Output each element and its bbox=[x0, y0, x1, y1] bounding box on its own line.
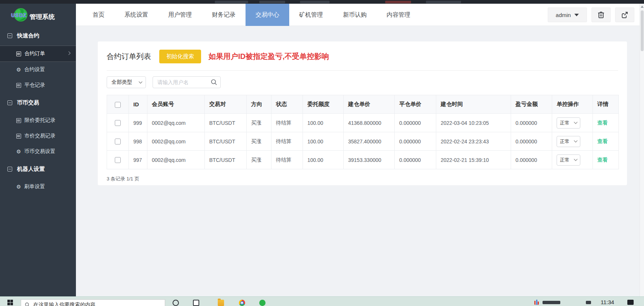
search-icon[interactable] bbox=[211, 79, 217, 86]
globe-logo-icon: USDZ bbox=[14, 8, 27, 21]
sidebar-item-contract-orders[interactable]: 合约订单 bbox=[0, 46, 76, 62]
control-select[interactable]: 正常 bbox=[557, 154, 580, 166]
sidebar-item-label: 合约设置 bbox=[24, 66, 45, 73]
windows-taskbar: 在这里输入你要搜索的内容 11:34 bbox=[0, 296, 644, 306]
gear-icon: ⚙ bbox=[16, 184, 21, 189]
sidebar-item-limit-orders[interactable]: 限价委托记录 bbox=[0, 113, 76, 128]
taskbar-search-box[interactable]: 在这里输入你要搜索的内容 bbox=[21, 299, 165, 306]
col-profit: 盈亏金额 bbox=[511, 95, 552, 114]
nav-miner-management[interactable]: 矿机管理 bbox=[289, 4, 333, 26]
view-detail-link[interactable]: 查看 bbox=[597, 120, 608, 126]
control-select[interactable]: 正常 bbox=[557, 136, 580, 147]
view-detail-link[interactable]: 查看 bbox=[597, 138, 608, 144]
gear-icon: ⚙ bbox=[16, 149, 21, 154]
nav-user-management[interactable]: 用户管理 bbox=[158, 4, 202, 26]
select-all-checkbox[interactable] bbox=[115, 102, 121, 108]
list-icon bbox=[16, 118, 21, 123]
cell-open-price: 39153.330000 bbox=[344, 151, 395, 169]
nav-new-coin[interactable]: 新币认购 bbox=[333, 4, 377, 26]
cell-status: 待结算 bbox=[271, 114, 303, 132]
cell-id: 999 bbox=[129, 114, 147, 132]
cell-id: 998 bbox=[129, 132, 147, 151]
cell-open-time: 2022-03-04 10:23:05 bbox=[436, 114, 511, 132]
gear-icon: ⚙ bbox=[16, 67, 21, 72]
sidebar-section-robot-settings[interactable]: 机器人设置 bbox=[0, 159, 76, 179]
file-explorer-icon[interactable] bbox=[218, 300, 224, 306]
row-checkbox[interactable] bbox=[115, 139, 121, 144]
nav-trade-center[interactable]: 交易中心 bbox=[246, 4, 289, 26]
collapse-icon bbox=[7, 33, 12, 38]
orders-table: ID 会员账号 交易对 方向 状态 委托额度 建仓单价 平仓单价 建仓时间 盈亏… bbox=[107, 95, 619, 169]
scrollbar-thumb[interactable] bbox=[641, 10, 644, 51]
section-title: 快速合约 bbox=[17, 32, 39, 39]
app-header: USDZ 管理系统 首页 系统设置 用户管理 财务记录 交易中心 矿机管理 新币… bbox=[0, 4, 644, 26]
chrome-icon[interactable] bbox=[239, 300, 245, 306]
control-select[interactable]: 正常 bbox=[557, 117, 580, 129]
cell-direction: 买涨 bbox=[247, 132, 271, 151]
row-checkbox[interactable] bbox=[115, 157, 121, 163]
search-icon bbox=[25, 302, 30, 306]
sidebar-section-quick-contract[interactable]: 快速合约 bbox=[0, 26, 76, 46]
col-open-price: 建仓单价 bbox=[344, 95, 395, 114]
cortana-icon[interactable] bbox=[173, 300, 179, 306]
cell-direction: 买涨 bbox=[247, 151, 271, 169]
logo: USDZ 管理系统 bbox=[0, 4, 76, 26]
sidebar-item-market-records[interactable]: 市价交易记录 bbox=[0, 128, 76, 144]
init-search-button[interactable]: 初始化搜索 bbox=[159, 50, 201, 63]
sidebar-item-contract-settings[interactable]: ⚙ 合约设置 bbox=[0, 62, 76, 77]
scrollbar-up-arrow[interactable] bbox=[641, 6, 644, 8]
cell-direction: 买涨 bbox=[247, 114, 271, 132]
list-icon bbox=[16, 134, 21, 139]
content-panel: 合约订单列表 初始化搜索 如果用户ID被指定盈亏,不受单控影响 全部类型 bbox=[98, 41, 627, 185]
background-window-strip bbox=[0, 0, 644, 4]
cell-account: 0002@qq.com bbox=[147, 132, 205, 151]
windows-start-icon[interactable] bbox=[7, 300, 13, 305]
cell-pair: BTC/USDT bbox=[205, 114, 247, 132]
col-close-price: 平仓单价 bbox=[395, 95, 436, 114]
admin-label: admin bbox=[556, 12, 571, 18]
logout-icon bbox=[621, 11, 628, 19]
chevron-down-icon bbox=[574, 120, 578, 124]
pagination-info: 3 条记录 1/1 页 bbox=[107, 176, 618, 182]
collapse-icon bbox=[7, 167, 12, 172]
list-icon bbox=[16, 51, 21, 56]
page-scrollbar[interactable] bbox=[640, 4, 644, 296]
sidebar-item-brush-settings[interactable]: ⚙ 刷单设置 bbox=[0, 179, 76, 194]
app-title: 管理系统 bbox=[30, 13, 55, 21]
row-checkbox[interactable] bbox=[115, 120, 121, 126]
sidebar-item-label: 刷单设置 bbox=[24, 183, 45, 190]
filter-row: 全部类型 bbox=[107, 76, 618, 88]
list-icon bbox=[16, 83, 21, 88]
notification-center-icon[interactable] bbox=[627, 300, 634, 305]
nav-system-settings[interactable]: 系统设置 bbox=[114, 4, 158, 26]
nav-home[interactable]: 首页 bbox=[83, 4, 114, 26]
sidebar-item-label: 市价交易记录 bbox=[24, 133, 56, 139]
tray-icon[interactable] bbox=[586, 301, 591, 304]
top-nav: 首页 系统设置 用户管理 财务记录 交易中心 矿机管理 新币认购 内容管理 bbox=[76, 4, 420, 26]
brand-text: USDZ bbox=[11, 12, 27, 18]
page-title: 合约订单列表 bbox=[107, 51, 151, 61]
nav-finance-records[interactable]: 财务记录 bbox=[202, 4, 246, 26]
sidebar-item-close-records[interactable]: 平仓记录 bbox=[0, 77, 76, 93]
view-detail-link[interactable]: 查看 bbox=[597, 157, 608, 163]
username-search bbox=[153, 76, 221, 88]
cell-account: 0002@qq.com bbox=[147, 114, 205, 132]
nav-content-management[interactable]: 内容管理 bbox=[377, 4, 420, 26]
type-select[interactable]: 全部类型 bbox=[107, 76, 146, 88]
sidebar-section-spot-trading[interactable]: 币币交易 bbox=[0, 93, 76, 113]
type-select-value: 全部类型 bbox=[111, 79, 132, 86]
table-header-row: ID 会员账号 交易对 方向 状态 委托额度 建仓单价 平仓单价 建仓时间 盈亏… bbox=[107, 95, 619, 114]
clear-cache-button[interactable] bbox=[591, 7, 611, 22]
admin-dropdown[interactable]: admin bbox=[548, 7, 587, 22]
logout-button[interactable] bbox=[615, 7, 634, 22]
cell-close-price: 0.000000 bbox=[395, 151, 436, 169]
task-view-icon[interactable] bbox=[193, 300, 199, 306]
wechat-icon[interactable] bbox=[259, 300, 266, 306]
cell-close-price: 0.000000 bbox=[395, 132, 436, 151]
cell-status: 待结算 bbox=[271, 132, 303, 151]
stock-app-icon[interactable] bbox=[534, 300, 539, 305]
sidebar-item-spot-settings[interactable]: ⚙ 币币交易设置 bbox=[0, 144, 76, 159]
cell-status: 待结算 bbox=[271, 151, 303, 169]
sidebar-item-label: 币币交易设置 bbox=[24, 148, 56, 155]
cell-open-time: 2022-02-24 23:23:43 bbox=[436, 132, 511, 151]
